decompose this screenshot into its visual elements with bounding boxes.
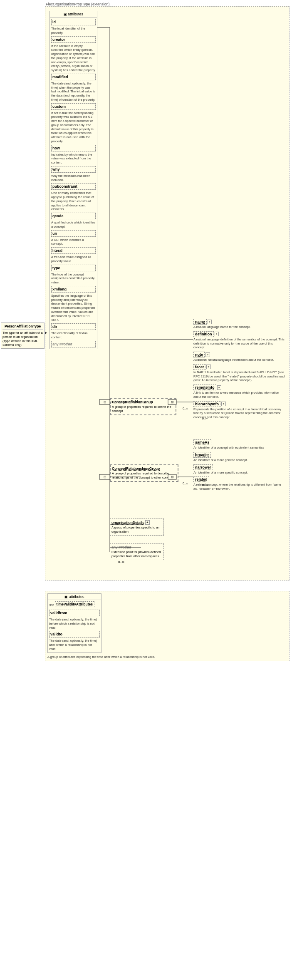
element-definition: definition + A natural language definiti… [193,331,285,350]
svg-text:⊞: ⊞ [104,475,106,479]
element-remote-info: remoteInfo + A link to an item or a web … [193,385,285,399]
svg-text:0..∞: 0..∞ [183,407,188,410]
attr-modified: modified [51,74,96,80]
remoteinfo-icon: + [217,385,222,390]
concept-relationships-group: ConceptRelationshipsGroup A group of pro… [110,464,178,482]
svg-text:0..∞: 0..∞ [183,482,188,485]
attr-uri: uri [51,230,96,237]
element-narrower: narrower An identifier of a more specifi… [193,464,285,475]
element-name: name + A natural language name for the c… [193,319,285,329]
attr-custom: custom [51,103,96,110]
bottom-attributes-header: ▣ attributes [48,594,101,600]
org-details-icon: + [145,520,150,525]
attr-dir: dir [51,323,96,330]
attributes-box: ▣ attributes id The local identifier of … [49,11,97,349]
note-icon: + [205,352,210,357]
attr-literal: literal [51,247,96,254]
concept-rel-multiplicity: 0..∞ [202,483,208,487]
org-details-box: organisationDetails + A group of propert… [110,519,164,536]
attr-xmllang: xmllang [51,286,96,293]
svg-rect-10 [99,474,110,479]
any-other-bottom-box: any ##other Extension point for provider… [110,543,164,560]
element-note: note + Additional natural language infor… [193,352,285,362]
element-facet: facet + In NAR 1.8 and later, facet is d… [193,364,285,382]
attributes-header: ▣ attributes [50,11,97,17]
svg-text:⊞: ⊞ [104,400,106,404]
right-elements-group: name + A natural language name for the c… [193,319,285,422]
svg-rect-8 [99,399,110,404]
time-validity-group: grp timeValidityAttributes [48,600,101,608]
hierarchyinfo-icon: + [221,402,226,406]
attr-qcode: qcode [51,213,96,219]
attr-validto: validto [49,631,100,638]
definition-icon: + [215,332,219,336]
main-title: FlexOrganisationPropType (extension) [46,2,110,6]
bottom-section: ▣ attributes grp timeValidityAttributes … [45,591,290,661]
any-other-attr: any ##other [51,341,96,347]
bottom-attributes-box: ▣ attributes grp timeValidityAttributes … [47,593,101,653]
concept-def-multiplicity: 0..∞ [202,417,208,420]
attr-how: how [51,145,96,151]
facet-icon: + [206,365,211,369]
element-broader: broader An identifier of a more generic … [193,452,285,462]
folder-icon: ▣ [64,12,67,16]
bottom-folder-icon: ▣ [64,595,68,599]
concept-definition-group: ConceptDefinitionGroup A group of proper… [110,398,176,415]
attr-why: why [51,166,96,173]
person-affiliation-type-box: PersonAffiliationType The type for an af… [1,323,45,349]
name-icon: + [208,320,212,324]
attr-type: type [51,265,96,271]
any-other-multiplicity: 0..∞ [118,560,124,564]
attr-validfrom: validfrom [49,610,100,616]
main-outer-box: ▣ attributes id The local identifier of … [45,6,290,581]
attr-pubconstraint: pubconstraint [51,183,96,190]
element-same-as: sameAs An identifier of a concept with e… [193,439,285,450]
attr-creator: creator [51,36,96,43]
attr-id: id [51,19,96,25]
